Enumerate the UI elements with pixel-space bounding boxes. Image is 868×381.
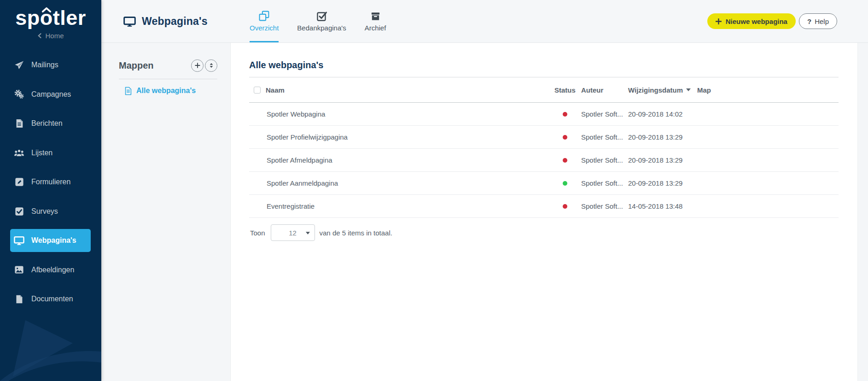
sort-updown-icon — [209, 63, 214, 68]
home-link[interactable]: Home — [0, 32, 101, 40]
sidebar-item-mailings[interactable]: Mailings — [10, 53, 91, 76]
sidebar-item-documenten[interactable]: Documenten — [10, 287, 91, 311]
sidebar-item-webpaginas[interactable]: Webpagina's — [10, 229, 91, 252]
status-cell — [554, 181, 581, 186]
spotler-logo[interactable]: spotler — [0, 7, 101, 29]
document-lines-icon — [14, 118, 24, 129]
main-card: Alle webpagina's Naam Status Auteur Wijz… — [230, 43, 858, 381]
table-header-row: Naam Status Auteur Wijzigingsdatum Map — [249, 77, 839, 103]
checkbox-icon — [14, 206, 24, 217]
checkbox-outline-icon — [316, 9, 327, 22]
monitor-icon — [14, 235, 24, 246]
status-cell — [554, 112, 581, 117]
folders-divider — [119, 79, 217, 79]
status-dot — [563, 181, 567, 186]
page-size-select[interactable]: 12 — [271, 224, 315, 241]
chevron-down-icon — [306, 232, 310, 234]
plus-icon — [195, 63, 200, 68]
column-header-naam[interactable]: Naam — [266, 86, 554, 94]
help-label: Help — [815, 18, 829, 25]
modified-cell: 20-09-2018 14:02 — [628, 110, 697, 118]
select-all-checkbox[interactable] — [254, 87, 261, 94]
folders-panel: Mappen Alle webpagina's — [101, 43, 230, 381]
webpage-name[interactable]: Spotler Profielwijzigpagina — [266, 133, 554, 141]
column-header-wijzigingsdatum[interactable]: Wijzigingsdatum — [628, 86, 697, 94]
table-row[interactable]: Spotler AfmeldpaginaSpotler Soft...20-09… — [249, 149, 839, 172]
sidebar-item-label: Webpagina's — [31, 236, 76, 245]
sidebar-item-campagnes[interactable]: Campagnes — [10, 83, 91, 106]
sidebar-item-label: Surveys — [31, 207, 58, 216]
tab-bar: Overzicht Bedankpagina's Archief — [250, 0, 386, 42]
webpage-name[interactable]: Spotler Webpagina — [266, 110, 554, 118]
page-title-group: Webpagina's — [123, 0, 208, 42]
plus-icon — [716, 18, 722, 24]
table-row[interactable]: Spotler WebpaginaSpotler Soft...20-09-20… — [249, 103, 839, 126]
modified-cell: 20-09-2018 13:29 — [628, 156, 697, 164]
status-dot — [563, 204, 567, 209]
pagination-label: Toon — [250, 229, 265, 237]
table-row[interactable]: Spotler ProfielwijzigpaginaSpotler Soft.… — [249, 126, 839, 149]
archive-icon — [370, 9, 381, 22]
sidebar-watermark — [0, 312, 101, 381]
column-header-status[interactable]: Status — [554, 86, 581, 94]
header-actions: Nieuwe webpagina ? Help — [707, 0, 837, 42]
sidebar-item-label: Afbeeldingen — [31, 266, 74, 274]
sidebar-item-label: Lijsten — [31, 149, 52, 157]
status-cell — [554, 135, 581, 140]
gears-icon — [14, 89, 24, 100]
tab-archief[interactable]: Archief — [365, 0, 386, 42]
author-cell: Spotler Soft... — [581, 156, 628, 164]
new-webpage-label: Nieuwe webpagina — [726, 18, 787, 25]
chevron-left-icon — [37, 33, 42, 39]
pagination-summary: van de 5 items in totaal. — [320, 229, 392, 237]
column-header-auteur[interactable]: Auteur — [581, 86, 628, 94]
sidebar-item-label: Formulieren — [31, 178, 70, 186]
folder-item-alle-webpaginas[interactable]: Alle webpagina's — [119, 86, 217, 95]
folders-title: Mappen — [119, 59, 154, 72]
help-button[interactable]: ? Help — [799, 13, 837, 29]
sidebar-item-formulieren[interactable]: Formulieren — [10, 170, 91, 193]
select-all-cell — [249, 87, 266, 94]
sort-desc-icon — [686, 88, 691, 91]
section-heading: Alle webpagina's — [249, 58, 839, 72]
webpage-name[interactable]: Spotler Afmeldpagina — [266, 156, 554, 164]
monitor-icon — [123, 15, 136, 27]
sidebar-item-surveys[interactable]: Surveys — [10, 200, 91, 223]
pencil-square-icon — [14, 177, 24, 188]
webpage-name[interactable]: Spotler Aanmeldpagina — [266, 179, 554, 187]
logo-caret-icon — [42, 7, 51, 12]
sidebar-item-lijsten[interactable]: Lijsten — [10, 141, 91, 164]
table-row[interactable]: EventregistratieSpotler Soft...14-05-201… — [249, 195, 839, 218]
table-body: Spotler WebpaginaSpotler Soft...20-09-20… — [249, 103, 839, 218]
sidebar-item-berichten[interactable]: Berichten — [10, 112, 91, 135]
add-folder-button[interactable] — [191, 59, 204, 72]
new-webpage-button[interactable]: Nieuwe webpagina — [707, 13, 796, 29]
sidebar-item-label: Mailings — [31, 61, 58, 69]
column-header-map[interactable]: Map — [697, 86, 839, 94]
status-cell — [554, 204, 581, 209]
sidebar-item-label: Documenten — [31, 295, 73, 303]
file-icon — [14, 294, 24, 305]
author-cell: Spotler Soft... — [581, 133, 628, 141]
author-cell: Spotler Soft... — [581, 179, 628, 187]
tab-bedankpaginas[interactable]: Bedankpagina's — [297, 0, 346, 42]
author-cell: Spotler Soft... — [581, 202, 628, 210]
sidebar-item-afbeeldingen[interactable]: Afbeeldingen — [10, 258, 91, 281]
home-label: Home — [45, 32, 64, 40]
tab-label: Bedankpagina's — [297, 24, 346, 32]
pagination: Toon 12 van de 5 items in totaal. — [249, 224, 839, 241]
table-row[interactable]: Spotler AanmeldpaginaSpotler Soft...20-0… — [249, 172, 839, 195]
modified-cell: 14-05-2018 13:48 — [628, 202, 697, 210]
sort-folders-button[interactable] — [205, 59, 217, 72]
status-cell — [554, 158, 581, 163]
webpage-name[interactable]: Eventregistratie — [266, 202, 554, 210]
modified-cell: 20-09-2018 13:29 — [628, 179, 697, 187]
modified-cell: 20-09-2018 13:29 — [628, 133, 697, 141]
question-mark-icon: ? — [807, 18, 811, 25]
copy-icon — [258, 9, 270, 22]
tab-overzicht[interactable]: Overzicht — [250, 0, 279, 42]
page-icon — [124, 86, 132, 95]
image-icon — [14, 264, 24, 275]
status-dot — [563, 112, 567, 117]
author-cell: Spotler Soft... — [581, 110, 628, 118]
